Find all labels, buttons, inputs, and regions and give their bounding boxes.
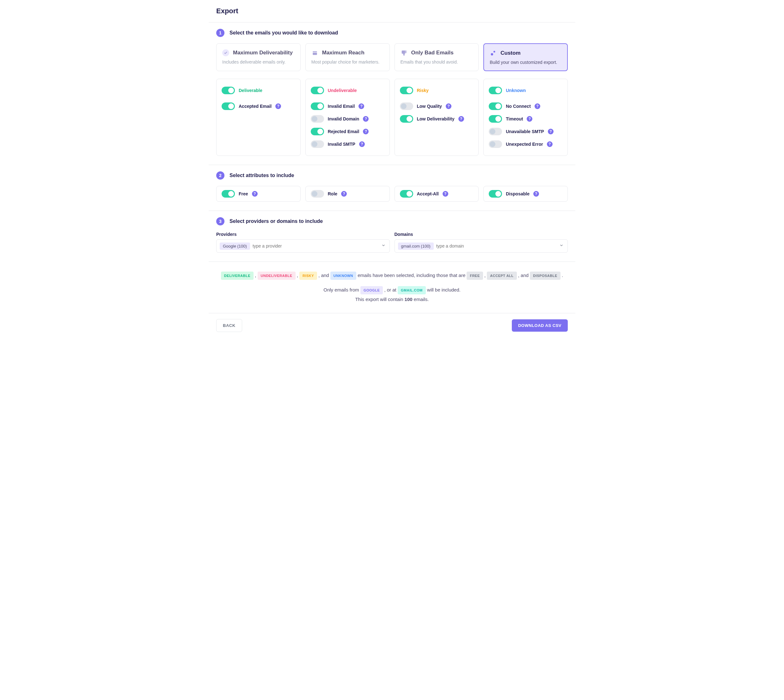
- attr-accept-all: Accept-All ?: [394, 186, 479, 202]
- gears-icon: [490, 50, 497, 57]
- toggle-label: Accepted Email: [239, 104, 271, 109]
- attr-free: Free ?: [216, 186, 301, 202]
- step-1-section: 1 Select the emails you would like to do…: [209, 22, 575, 165]
- export-summary: DELIVERABLE , UNDELIVERABLE , RISKY , an…: [209, 262, 575, 313]
- domains-select[interactable]: gmail.com (100): [394, 239, 568, 253]
- toggle-invalid-domain[interactable]: [311, 115, 324, 123]
- download-csv-button[interactable]: DOWNLOAD AS CSV: [512, 319, 568, 332]
- help-icon[interactable]: ?: [341, 191, 347, 197]
- toggle-unexpected-error[interactable]: [489, 140, 502, 148]
- domain-chip[interactable]: gmail.com (100): [398, 243, 434, 250]
- help-icon[interactable]: ?: [358, 103, 364, 109]
- thumbs-down-icon: [401, 49, 408, 56]
- toggle-label: Unexpected Error: [506, 142, 543, 147]
- preset-desc: Emails that you should avoid.: [401, 60, 473, 65]
- help-icon[interactable]: ?: [458, 116, 464, 122]
- preset-title: Custom: [501, 50, 520, 56]
- toggle-accepted-email[interactable]: [221, 102, 235, 110]
- toggle-unknown[interactable]: [489, 87, 502, 94]
- help-icon[interactable]: ?: [527, 116, 533, 122]
- summary-text: emails have been selected, including tho…: [358, 273, 467, 278]
- toggle-disposable[interactable]: [489, 190, 502, 198]
- help-icon[interactable]: ?: [446, 103, 451, 109]
- step-2-title: Select attributes to include: [230, 173, 294, 178]
- pill-free: FREE: [467, 272, 483, 280]
- help-icon[interactable]: ?: [533, 191, 539, 197]
- category-label: Deliverable: [239, 88, 262, 93]
- help-icon[interactable]: ?: [359, 141, 365, 147]
- preset-bad-emails[interactable]: Only Bad Emails Emails that you should a…: [394, 43, 479, 71]
- toggle-no-connect[interactable]: [489, 102, 502, 110]
- toggle-label: No Connect: [506, 104, 531, 109]
- preset-title: Only Bad Emails: [411, 50, 454, 56]
- summary-text: , and: [518, 273, 530, 278]
- attr-disposable: Disposable ?: [483, 186, 568, 202]
- help-icon[interactable]: ?: [363, 116, 369, 122]
- toggle-undeliverable[interactable]: [311, 87, 324, 94]
- stack-icon: [311, 49, 318, 56]
- help-icon[interactable]: ?: [534, 103, 540, 109]
- svg-rect-0: [313, 51, 317, 52]
- summary-text: , and: [318, 273, 330, 278]
- chevron-down-icon: [559, 243, 564, 249]
- toggle-risky[interactable]: [400, 87, 413, 94]
- page-title: Export: [216, 7, 568, 15]
- step-badge-3: 3: [216, 217, 225, 225]
- category-unknown: Unknown No Connect ? Timeout ? Unavailab…: [483, 79, 568, 156]
- category-label: Undeliverable: [328, 88, 357, 93]
- toggle-free[interactable]: [221, 190, 235, 198]
- toggle-label: Rejected Email: [328, 129, 360, 134]
- footer: BACK DOWNLOAD AS CSV: [209, 313, 575, 338]
- back-button[interactable]: BACK: [216, 319, 242, 332]
- preset-custom[interactable]: Custom Build your own customized export.: [483, 43, 568, 71]
- svg-rect-1: [313, 52, 317, 55]
- pill-deliverable: DELIVERABLE: [221, 272, 253, 280]
- help-icon[interactable]: ?: [275, 103, 281, 109]
- help-icon[interactable]: ?: [252, 191, 258, 197]
- toggle-label: Low Quality: [417, 104, 442, 109]
- pill-unknown: UNKNOWN: [330, 272, 356, 280]
- pill-disposable: DISPOSABLE: [530, 272, 561, 280]
- toggle-deliverable[interactable]: [221, 87, 235, 94]
- preset-max-reach[interactable]: Maximum Reach Most popular choice for ma…: [305, 43, 390, 71]
- attr-label: Free: [239, 191, 248, 196]
- toggle-timeout[interactable]: [489, 115, 502, 123]
- toggle-label: Timeout: [506, 117, 523, 122]
- providers-input[interactable]: [253, 243, 386, 248]
- export-count: 100: [404, 297, 413, 302]
- help-icon[interactable]: ?: [547, 141, 553, 147]
- pill-gmail: GMAIL.COM: [398, 286, 426, 294]
- preset-max-deliverability[interactable]: Maximum Deliverability Includes delivera…: [216, 43, 301, 71]
- providers-select[interactable]: Google (100): [216, 239, 390, 253]
- summary-text: This export will contain: [355, 297, 404, 302]
- toggle-accept-all[interactable]: [400, 190, 413, 198]
- help-icon[interactable]: ?: [443, 191, 448, 197]
- toggle-rejected-email[interactable]: [311, 128, 324, 135]
- preset-desc: Build your own customized export.: [490, 60, 561, 65]
- category-label: Unknown: [506, 88, 526, 93]
- attr-label: Disposable: [506, 191, 529, 196]
- svg-point-2: [491, 53, 493, 55]
- help-icon[interactable]: ?: [548, 129, 554, 134]
- toggle-low-deliverability[interactable]: [400, 115, 413, 123]
- toggle-role[interactable]: [311, 190, 324, 198]
- preset-title: Maximum Reach: [322, 50, 365, 56]
- provider-chip[interactable]: Google (100): [220, 243, 250, 250]
- step-badge-2: 2: [216, 172, 225, 180]
- toggle-unavailable-smtp[interactable]: [489, 128, 502, 135]
- toggle-label: Unavailable SMTP: [506, 129, 544, 134]
- category-risky: Risky Low Quality ? Low Deliverability ?: [394, 79, 479, 156]
- svg-point-3: [493, 51, 495, 53]
- preset-desc: Most popular choice for marketers.: [311, 60, 384, 65]
- check-circle-icon: [222, 49, 229, 56]
- step-1-title: Select the emails you would like to down…: [230, 30, 338, 36]
- help-icon[interactable]: ?: [363, 129, 369, 134]
- step-3-title: Select providers or domains to include: [230, 218, 323, 224]
- providers-label: Providers: [216, 232, 390, 237]
- domains-input[interactable]: [436, 243, 564, 248]
- toggle-invalid-email[interactable]: [311, 102, 324, 110]
- toggle-low-quality[interactable]: [400, 102, 413, 110]
- attr-label: Role: [328, 191, 337, 196]
- toggle-invalid-smtp[interactable]: [311, 140, 324, 148]
- pill-undeliverable: UNDELIVERABLE: [258, 272, 296, 280]
